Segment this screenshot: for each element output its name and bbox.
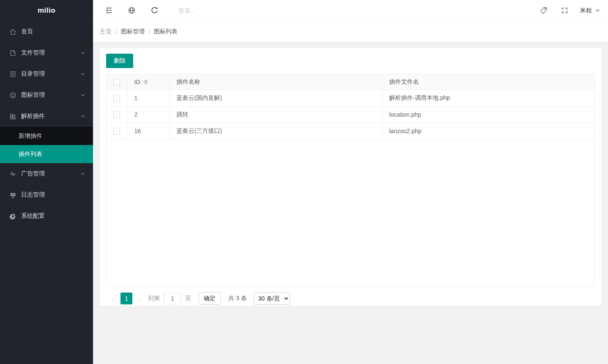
submenu-plugins: 新增插件 插件列表	[0, 127, 93, 163]
table-row: 1 蓝奏云(国内直解) 解析插件-调用本地.php	[107, 90, 594, 106]
sidebar-item-label: 首页	[21, 28, 33, 36]
sidebar-subitem-plugin-list[interactable]: 插件列表	[0, 145, 93, 163]
sidebar-item-files[interactable]: 文件管理	[0, 42, 93, 63]
topbar: 米粒	[93, 0, 608, 21]
sidebar-item-catalog[interactable]: 目录管理	[0, 63, 93, 85]
table-header-row: ID 插件名称 插件文件名	[107, 74, 594, 90]
pagination: ‹ 1 › 到第 页 确定 共 3 条 30 条/页	[106, 292, 595, 305]
sidebar-item-label: 日志管理	[21, 191, 45, 199]
page-unit-label: 页	[185, 295, 191, 302]
total-count-label: 共 3 条	[228, 295, 247, 302]
user-menu[interactable]: 米粒	[575, 0, 602, 21]
breadcrumb-icon-list: 图标列表	[154, 28, 178, 36]
plugin-list-card: 删除 ID 插件名称 插件文件	[100, 48, 601, 306]
column-header-id: ID	[134, 79, 140, 85]
catalog-icon	[9, 71, 16, 78]
table-row: 16 蓝奏云(三方接口) lanzou2.php	[107, 123, 594, 139]
plugin-table: ID 插件名称 插件文件名 1 蓝奏云(国内直解)	[106, 74, 595, 287]
smiley-icon	[9, 92, 16, 99]
row-checkbox[interactable]	[113, 111, 120, 118]
username-label: 米粒	[580, 7, 592, 14]
cell-file: location.php	[382, 106, 594, 123]
goto-label: 到第	[148, 295, 160, 302]
submenu-item-label: 插件列表	[19, 151, 42, 158]
topbar-right: 米粒	[533, 0, 602, 21]
brand-logo: milio	[0, 0, 93, 21]
page-size-select[interactable]: 30 条/页	[254, 292, 290, 305]
cell-file: lanzou2.php	[382, 123, 594, 139]
confirm-button[interactable]: 确定	[199, 292, 221, 305]
sidebar-item-home[interactable]: 首页	[0, 21, 93, 42]
fullscreen-icon-button[interactable]	[554, 0, 575, 21]
delete-button[interactable]: 删除	[106, 54, 133, 68]
content: 删除 ID 插件名称 插件文件	[93, 42, 608, 312]
sidebar-item-logs[interactable]: 日志管理	[0, 184, 93, 205]
breadcrumb-icon-manage: 图标管理	[121, 28, 145, 36]
sidebar: milio 首页 文件管理 目录管理 图标管理	[0, 0, 93, 364]
sidebar-item-plugins[interactable]: 解析插件	[0, 106, 93, 127]
sidebar-item-label: 图标管理	[21, 91, 45, 99]
next-page-button[interactable]: ›	[135, 295, 145, 302]
column-header-file: 插件文件名	[382, 74, 594, 90]
row-checkbox[interactable]	[113, 95, 120, 101]
row-checkbox[interactable]	[113, 128, 120, 134]
main-area: 米粒 主页 / 图标管理 / 图标列表 删除	[93, 0, 608, 312]
chevron-down-icon	[595, 8, 600, 13]
sidebar-item-ads[interactable]: 广告管理	[0, 163, 93, 184]
sort-icon[interactable]	[144, 79, 148, 85]
sidebar-item-label: 解析插件	[21, 112, 45, 120]
file-icon	[9, 49, 16, 57]
collapse-sidebar-button[interactable]	[97, 0, 120, 21]
goto-page-input[interactable]	[164, 293, 181, 304]
cell-name: 蓝奏云(国内直解)	[169, 90, 382, 106]
search-input[interactable]	[178, 4, 271, 17]
cell-name: 蓝奏云(三方接口)	[169, 123, 382, 139]
sidebar-item-settings[interactable]: 系统配置	[0, 205, 93, 227]
chevron-down-icon	[80, 93, 85, 98]
refresh-icon-button[interactable]	[143, 0, 166, 21]
sidebar-item-icons[interactable]: 图标管理	[0, 85, 93, 106]
sidebar-item-label: 广告管理	[21, 170, 45, 178]
cell-file: 解析插件-调用本地.php	[382, 90, 594, 106]
chevron-down-icon	[80, 71, 85, 77]
board-icon	[9, 192, 16, 199]
sidebar-subitem-add-plugin[interactable]: 新增插件	[0, 127, 93, 145]
prev-page-button[interactable]: ‹	[107, 295, 118, 302]
pulse-icon	[9, 170, 16, 178]
submenu-item-label: 新增插件	[19, 132, 42, 140]
cell-name: 跳转	[169, 106, 382, 123]
tag-icon-button[interactable]	[533, 0, 554, 21]
globe-icon-button[interactable]	[120, 0, 143, 21]
cell-id: 1	[127, 90, 169, 106]
sidebar-item-label: 文件管理	[21, 49, 45, 57]
breadcrumb-separator: /	[148, 28, 150, 35]
sidebar-item-label: 目录管理	[21, 70, 45, 78]
home-icon	[9, 28, 16, 36]
component-icon	[9, 113, 16, 120]
sidebar-item-label: 系统配置	[21, 212, 45, 220]
cell-id: 2	[127, 106, 169, 123]
current-page-button[interactable]: 1	[121, 293, 132, 304]
cell-id: 16	[127, 123, 169, 139]
breadcrumb: 主页 / 图标管理 / 图标列表	[93, 21, 608, 42]
chevron-down-icon	[80, 171, 85, 176]
breadcrumb-separator: /	[115, 28, 117, 35]
table-row: 2 跳转 location.php	[107, 106, 594, 123]
select-all-checkbox[interactable]	[113, 79, 120, 85]
column-header-name: 插件名称	[169, 74, 382, 90]
chevron-down-icon	[80, 50, 85, 55]
chevron-up-icon	[80, 114, 85, 119]
breadcrumb-home[interactable]: 主页	[100, 28, 112, 36]
gear-icon	[9, 213, 16, 220]
